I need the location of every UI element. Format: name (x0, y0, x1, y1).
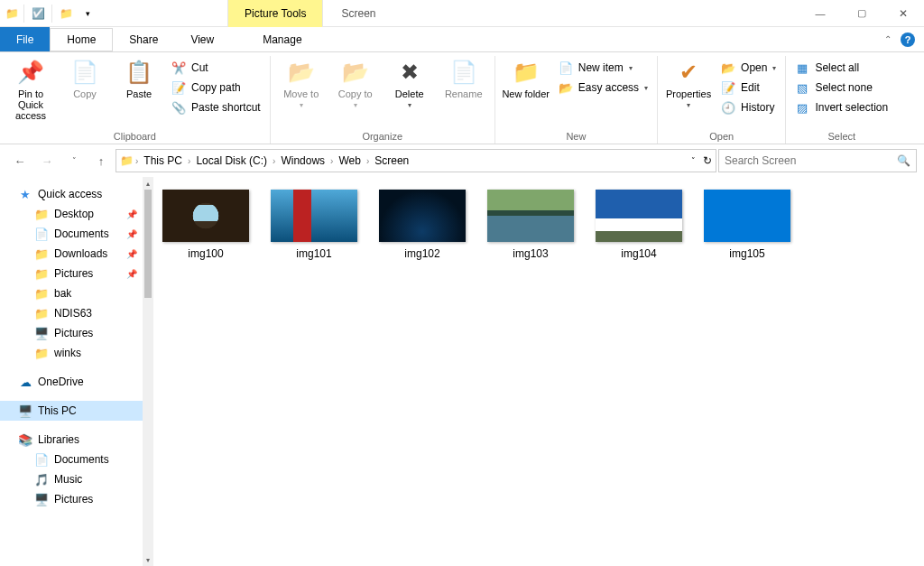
rename-button[interactable]: 📄 Rename (439, 56, 489, 99)
chevron-right-icon[interactable]: › (188, 156, 190, 166)
scroll-up-button[interactable]: ▴ (143, 177, 153, 190)
sidebar-item-bak[interactable]: 📁bak (0, 283, 143, 303)
chevron-right-icon[interactable]: › (273, 156, 275, 166)
breadcrumb[interactable]: Screen (371, 154, 412, 167)
tab-manage[interactable]: Manage (246, 27, 318, 51)
sidebar-item-documents[interactable]: 📄Documents📌 (0, 224, 143, 244)
delete-button[interactable]: ✖ Delete ▾ (384, 56, 435, 109)
sidebar-lib-music[interactable]: 🎵Music (0, 469, 143, 489)
breadcrumb[interactable]: Web (335, 154, 364, 167)
thumbnail (704, 190, 790, 242)
search-input[interactable]: Search Screen 🔍 (718, 149, 917, 172)
file-item[interactable]: img100 (162, 190, 249, 260)
open-button[interactable]: 📂Open ▾ (717, 60, 780, 76)
forward-button[interactable]: → (34, 148, 60, 173)
ribbon-tabs: File Home Share View Manage ⌃ ? (0, 27, 924, 52)
close-button[interactable] (882, 0, 924, 27)
sidebar-libraries[interactable]: 📚Libraries (0, 430, 143, 450)
refresh-button[interactable]: ↻ (703, 154, 712, 167)
copy-button[interactable]: 📄 Copy (60, 56, 110, 99)
sidebar-item-pictures[interactable]: 📁Pictures📌 (0, 264, 143, 283)
sidebar-item-winks[interactable]: 📁winks (0, 343, 143, 363)
folder-icon: 📁 (34, 306, 49, 320)
tab-file[interactable]: File (0, 27, 50, 51)
sidebar-label: This PC (38, 404, 77, 417)
group-label-open: Open (663, 129, 780, 144)
invert-selection-button[interactable]: ▨Invert selection (791, 99, 892, 116)
scroll-thumb[interactable] (144, 190, 152, 298)
pin-to-quick-access-button[interactable]: 📌 Pin to Quick access (5, 56, 56, 121)
sidebar-item-pictures2[interactable]: 🖥️Pictures (0, 323, 143, 343)
select-none-button[interactable]: ▧Select none (791, 79, 892, 96)
group-open: ✔ Properties ▾ 📂Open ▾ 📝Edit 🕘History Op… (658, 56, 786, 144)
breadcrumb[interactable]: Windows (277, 154, 328, 167)
sidebar-onedrive[interactable]: ☁OneDrive (0, 372, 143, 392)
tab-view[interactable]: View (174, 27, 230, 51)
chevron-down-icon: ▾ (300, 101, 303, 109)
help-icon[interactable]: ? (901, 32, 915, 47)
cut-button[interactable]: ✂️Cut (168, 60, 264, 76)
address-bar[interactable]: 📁 › This PC › Local Disk (C:) › Windows … (116, 149, 716, 172)
breadcrumb[interactable]: This PC (140, 154, 186, 167)
folder-icon: 📁 (120, 154, 134, 167)
up-button[interactable]: ↑ (88, 148, 114, 173)
address-dropdown-button[interactable]: ˅ (691, 156, 696, 165)
move-to-button[interactable]: 📂 Move to ▾ (276, 56, 327, 109)
sidebar-scrollbar[interactable]: ▴ ▾ (143, 177, 153, 566)
back-button[interactable]: ← (7, 148, 32, 173)
file-name: img105 (729, 247, 764, 260)
file-item[interactable]: img103 (487, 190, 574, 260)
open-label: Open (741, 61, 767, 74)
file-item[interactable]: img102 (379, 190, 466, 260)
collapse-ribbon-icon[interactable]: ⌃ (884, 34, 892, 44)
sidebar-item-desktop[interactable]: 📁Desktop📌 (0, 204, 143, 224)
invert-selection-icon: ▨ (795, 100, 809, 115)
paste-button[interactable]: 📋 Paste (114, 56, 164, 99)
edit-icon: 📝 (721, 80, 735, 95)
pin-icon: 📌 (126, 249, 137, 259)
sidebar-this-pc[interactable]: 🖥️This PC (0, 401, 143, 421)
sidebar-label: Music (54, 473, 82, 486)
paste-shortcut-button[interactable]: 📎Paste shortcut (168, 99, 264, 116)
new-item-button[interactable]: 📄New item ▾ (555, 60, 651, 76)
copy-path-icon: 📝 (171, 80, 186, 95)
edit-button[interactable]: 📝Edit (717, 79, 780, 96)
sidebar-item-downloads[interactable]: 📁Downloads📌 (0, 244, 143, 264)
minimize-button[interactable] (799, 0, 841, 27)
file-item[interactable]: img101 (271, 190, 357, 260)
folder-icon: 📄 (34, 227, 49, 241)
sidebar-lib-documents[interactable]: 📄Documents (0, 450, 143, 469)
file-list[interactable]: img100 img101 img102 img103 img104 img10… (153, 177, 924, 566)
chevron-right-icon[interactable]: › (135, 156, 138, 166)
scroll-down-button[interactable]: ▾ (143, 553, 153, 566)
thumbnail (162, 190, 249, 242)
chevron-right-icon[interactable]: › (330, 156, 333, 166)
chevron-right-icon[interactable]: › (366, 156, 369, 166)
tab-home[interactable]: Home (50, 28, 113, 52)
sidebar-lib-pictures[interactable]: 🖥️Pictures (0, 489, 143, 509)
search-icon: 🔍 (897, 154, 910, 167)
history-button[interactable]: 🕘History (717, 99, 780, 116)
scroll-track[interactable] (143, 298, 153, 553)
sidebar-item-ndis63[interactable]: 📁NDIS63 (0, 303, 143, 323)
breadcrumb[interactable]: Local Disk (C:) (192, 154, 271, 167)
copy-path-button[interactable]: 📝Copy path (168, 79, 264, 96)
context-tab-picture-tools[interactable]: Picture Tools (227, 0, 323, 27)
qat-properties-icon[interactable]: ☑️ (28, 4, 48, 23)
new-folder-button[interactable]: 📁 New folder (501, 56, 551, 99)
file-item[interactable]: img105 (704, 190, 790, 260)
select-all-button[interactable]: ▦Select all (791, 60, 892, 76)
file-item[interactable]: img104 (596, 190, 682, 260)
sidebar-quick-access[interactable]: ★Quick access (0, 184, 143, 204)
maximize-button[interactable] (841, 0, 882, 27)
tab-share[interactable]: Share (113, 27, 174, 51)
paste-shortcut-icon: 📎 (171, 100, 186, 115)
qat-newfolder-icon[interactable]: 📁 (56, 4, 76, 23)
easy-access-button[interactable]: 📂Easy access ▾ (555, 79, 651, 96)
qat-customize-icon[interactable]: ▾ (78, 4, 97, 23)
recent-locations-button[interactable]: ˅ (61, 148, 87, 173)
folder-icon: 📁 (34, 207, 49, 221)
edit-label: Edit (741, 81, 760, 94)
properties-button[interactable]: ✔ Properties ▾ (663, 56, 714, 109)
copy-to-button[interactable]: 📂 Copy to ▾ (330, 56, 381, 109)
